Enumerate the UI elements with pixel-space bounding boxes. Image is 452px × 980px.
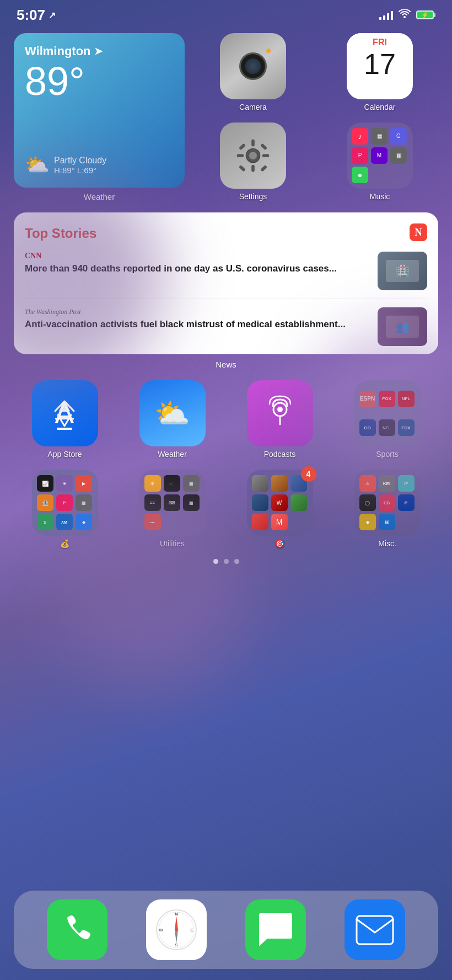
signal-bars-icon [379, 10, 393, 20]
games-folder[interactable]: W M 4 🎯 [229, 470, 331, 548]
location-icon: ➤ [94, 45, 103, 57]
app-store-app[interactable]: A̲ App Store [14, 380, 116, 459]
camera-label: Camera [239, 103, 267, 111]
app-store-label: App Store [47, 450, 82, 459]
svg-text:E: E [190, 928, 193, 933]
svg-rect-5 [237, 154, 244, 157]
weather-city: Wilmington ➤ [25, 44, 174, 58]
svg-point-17 [277, 407, 283, 412]
podcasts-icon [261, 394, 299, 433]
status-icons: ⚡ [379, 9, 435, 21]
music-folder-label: Music [370, 192, 390, 201]
svg-point-0 [403, 16, 406, 18]
dock: Phone N S W E [14, 891, 438, 969]
podcasts-label: Podcasts [264, 450, 296, 459]
camera-dot [266, 49, 271, 53]
calendar-date: 17 [364, 50, 396, 78]
svg-rect-4 [251, 164, 255, 172]
weather-app[interactable]: ⛅ Weather [121, 380, 223, 459]
status-time: 5:07 ↗ [17, 7, 56, 24]
camera-app[interactable]: Camera [195, 33, 311, 113]
phone-icon [61, 913, 94, 946]
games-folder-label: 🎯 [275, 539, 284, 548]
mail-app[interactable]: Mail [328, 899, 422, 960]
phone-app[interactable]: Phone [30, 899, 124, 960]
calendar-app[interactable]: FRI 17 Calendar [321, 33, 438, 113]
apple-news-icon: N [410, 223, 427, 243]
messages-app[interactable]: Messages [229, 899, 322, 960]
settings-label: Settings [239, 192, 267, 201]
svg-rect-8 [260, 143, 267, 150]
svg-text:N: N [415, 227, 422, 238]
weather-temperature: 89° [25, 61, 174, 101]
games-folder-badge: 4 [301, 466, 316, 482]
calendar-label: Calendar [364, 103, 396, 111]
svg-rect-9 [239, 164, 246, 172]
misc-folder-label: Misc. [378, 539, 396, 548]
battery-icon: ⚡ [416, 10, 435, 19]
settings-gear-icon [234, 136, 272, 175]
mail-icon [356, 915, 394, 945]
music-folder[interactable]: ♪ ▦ G P M ▦ ● [321, 122, 438, 202]
calendar-day-of-week: FRI [347, 33, 413, 50]
time-display: 5:07 [17, 7, 45, 24]
wifi-icon [399, 9, 411, 21]
messages-icon [256, 912, 295, 948]
svg-rect-10 [260, 164, 267, 172]
svg-rect-3 [251, 139, 255, 146]
news-thumbnail-1: 🏥 [378, 252, 427, 290]
weather-app-label: Weather [158, 450, 187, 459]
safari-icon: N S W E [154, 908, 198, 952]
app-store-icon: A̲ [47, 396, 83, 432]
weather-condition: Partly Cloudy [54, 156, 106, 166]
svg-rect-6 [262, 154, 270, 157]
location-arrow-icon: ↗ [49, 10, 56, 20]
status-bar: 5:07 ↗ ⚡ [0, 0, 452, 28]
svg-point-2 [249, 152, 257, 159]
svg-rect-31 [357, 916, 393, 944]
svg-text:W: W [159, 928, 163, 933]
safari-app[interactable]: N S W E Safari [130, 899, 223, 960]
svg-rect-7 [239, 143, 246, 150]
settings-app[interactable]: Settings [195, 122, 311, 202]
